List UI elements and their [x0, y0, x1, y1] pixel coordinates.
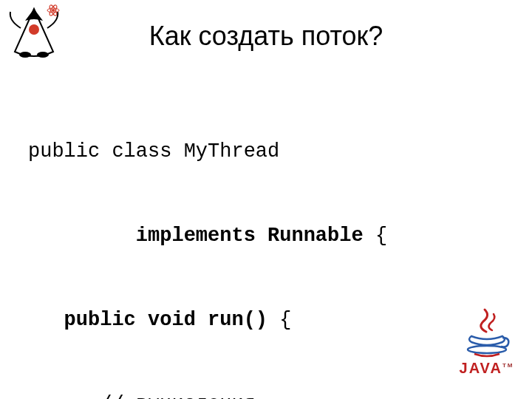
java-cup-icon: [461, 307, 513, 358]
svg-point-5: [19, 52, 31, 58]
code-indent: [28, 225, 136, 247]
svg-point-6: [37, 52, 49, 58]
svg-point-1: [52, 9, 55, 12]
code-text: {: [364, 225, 387, 247]
slide-title: Как создать поток?: [0, 21, 532, 52]
code-text: {: [267, 309, 291, 331]
java-logo: JAVATM: [451, 307, 522, 392]
code-text: // вычисления: [28, 393, 256, 399]
code-indent: [28, 309, 64, 331]
code-text: public class MyThread: [28, 140, 279, 163]
slide: Как создать поток? public class MyThread…: [0, 0, 532, 399]
code-line-3: public void run() {: [28, 306, 504, 334]
code-block: public class MyThread implements Runnabl…: [28, 81, 504, 399]
code-line-2: implements Runnable {: [28, 222, 504, 250]
java-wordmark: JAVA: [460, 360, 502, 376]
code-text-bold: public void run(): [64, 309, 267, 331]
svg-point-7: [468, 346, 506, 353]
java-logo-text: JAVATM: [451, 360, 522, 377]
code-text-bold: implements Runnable: [136, 225, 364, 247]
code-line-1: public class MyThread: [28, 137, 504, 166]
code-line-4: // вычисления: [28, 390, 504, 399]
java-tm: TM: [502, 362, 514, 369]
